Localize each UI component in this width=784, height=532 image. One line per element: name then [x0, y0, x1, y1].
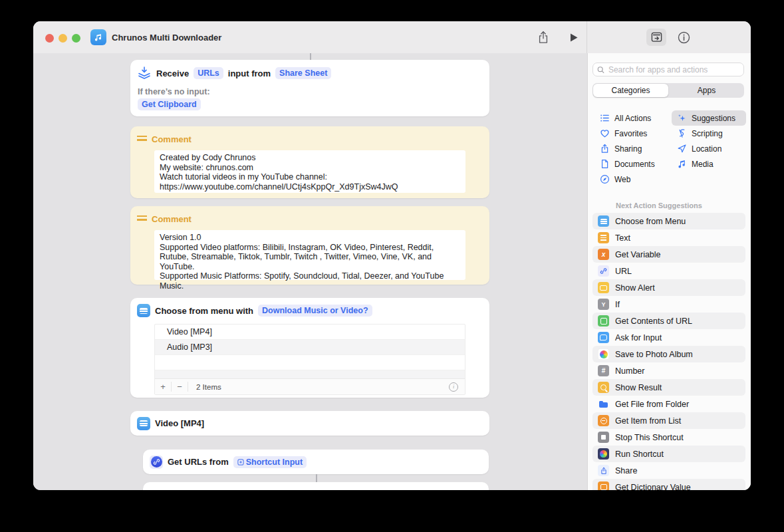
shortcut-input-token[interactable]: Shortcut Input: [233, 456, 307, 468]
toggle-action-library-button[interactable]: [646, 29, 666, 46]
menu-prompt-token[interactable]: Download Music or Video?: [258, 305, 372, 317]
photos-icon: [598, 348, 609, 360]
suggestion-ask-for-input[interactable]: Ask for Input: [592, 329, 745, 346]
input-source-token[interactable]: Share Sheet: [275, 67, 331, 79]
library-tabs: Categories Apps: [592, 83, 744, 98]
search-field[interactable]: [592, 63, 744, 76]
menu-item-row[interactable]: Video [MP4]: [155, 325, 465, 339]
toolbar-divider: [587, 21, 587, 53]
suggestion-text[interactable]: Text: [592, 229, 745, 246]
speech-bubble-icon: [598, 332, 609, 343]
category-all-actions[interactable]: All Actions: [594, 110, 660, 126]
remove-menu-item-button[interactable]: −: [172, 382, 188, 392]
suggestion-share[interactable]: Share: [592, 462, 745, 479]
menu-item-row-empty[interactable]: [155, 370, 465, 378]
number-icon: #: [598, 365, 609, 376]
comment-text[interactable]: Version 1.0 Supported Video platforms: B…: [154, 230, 465, 280]
run-shortcut-button[interactable]: [564, 29, 584, 46]
folder-icon: [598, 398, 609, 410]
menu-items-table: Video [MP4] Audio [MP3] + − 2 Items i: [154, 324, 465, 395]
share-button[interactable]: [533, 29, 553, 46]
menu-icon: [598, 215, 609, 227]
heart-icon: [600, 128, 610, 138]
variable-icon: x: [598, 249, 609, 260]
categories-column-left: All Actions Favorites Sharing: [594, 110, 660, 187]
suggestion-get-dictionary-value[interactable]: Get Dictionary Value: [592, 479, 745, 490]
menu-case-card-video[interactable]: Video [MP4]: [130, 411, 489, 436]
search-input[interactable]: [607, 65, 739, 75]
category-scripting[interactable]: Scripting: [672, 126, 746, 141]
search-icon: [597, 66, 604, 74]
comment-title: Comment: [152, 214, 192, 224]
action-word: Receive: [156, 68, 189, 78]
suggestion-number[interactable]: # Number: [592, 362, 745, 379]
zoom-window-button[interactable]: [72, 34, 80, 43]
action-library-panel: Categories Apps All Actions: [587, 53, 751, 490]
scripting-icon: [677, 128, 687, 138]
action-word: Choose from menu with: [155, 306, 253, 316]
suggestion-get-item-from-list[interactable]: Get Item from List: [592, 412, 745, 429]
suggestion-get-contents-of-url[interactable]: Get Contents of URL: [592, 313, 745, 329]
link-icon: [151, 456, 162, 467]
category-documents[interactable]: Documents: [594, 156, 660, 172]
document-icon: [600, 159, 610, 169]
category-media[interactable]: Media: [672, 156, 746, 172]
no-input-label: If there’s no input:: [138, 87, 210, 96]
suggestion-get-variable[interactable]: x Get Variable: [592, 246, 745, 263]
suggestion-stop-this-shortcut[interactable]: Stop This Shortcut: [592, 429, 745, 446]
add-menu-item-button[interactable]: +: [155, 382, 172, 392]
shortcut-editor-canvas[interactable]: Receive URLs input from Share Sheet If t…: [33, 53, 587, 490]
dictionary-icon: [598, 481, 609, 490]
shortcut-app-icon: [90, 29, 106, 45]
action-card-comment-1[interactable]: Comment Created by Cody Chrunos My websi…: [130, 126, 489, 198]
desktop: Chrunos Multi Downloader: [0, 0, 784, 532]
comment-text[interactable]: Created by Cody Chrunos My website: chru…: [154, 150, 465, 193]
comment-icon: [137, 136, 147, 143]
suggestion-show-result[interactable]: Show Result: [592, 379, 745, 396]
menu-item-count: 2 Items: [188, 383, 221, 391]
share-icon: [598, 465, 609, 476]
suggestion-get-file-from-folder[interactable]: Get File from Folder: [592, 396, 745, 412]
input-types-token[interactable]: URLs: [194, 67, 223, 79]
music-note-icon: [677, 159, 687, 169]
action-card-choose-from-menu[interactable]: Choose from menu with Download Music or …: [130, 298, 489, 398]
categories-column-right: Suggestions Scripting Location: [672, 110, 746, 172]
action-card-receive-input[interactable]: Receive URLs input from Share Sheet If t…: [130, 60, 489, 116]
shortcuts-icon: [598, 448, 609, 460]
window-title: Chrunos Multi Downloader: [112, 21, 221, 53]
category-web[interactable]: Web: [594, 172, 660, 187]
info-icon: [678, 31, 690, 44]
next-action-suggestions-header: Next Action Suggestions: [616, 201, 702, 209]
location-arrow-icon: [677, 144, 687, 154]
menu-item-row-empty[interactable]: [155, 354, 465, 370]
sparkles-icon: [677, 113, 687, 123]
minimize-window-button[interactable]: [59, 34, 67, 43]
info-icon[interactable]: i: [449, 382, 458, 392]
suggestion-run-shortcut[interactable]: Run Shortcut: [592, 446, 745, 462]
action-card-comment-2[interactable]: Comment Version 1.0 Supported Video plat…: [130, 206, 489, 285]
link-icon: [598, 265, 609, 277]
share-icon: [600, 144, 610, 154]
action-card-get-urls[interactable]: Get URLs from Shortcut Input: [143, 450, 489, 474]
tab-categories[interactable]: Categories: [593, 84, 668, 97]
suggestion-show-alert[interactable]: Show Alert: [592, 279, 745, 296]
suggestion-save-to-photo-album[interactable]: Save to Photo Album: [592, 346, 745, 362]
action-library-icon: [650, 31, 663, 43]
menu-item-row[interactable]: Audio [MP3]: [155, 339, 465, 354]
action-card-clipped[interactable]: [143, 482, 489, 490]
close-window-button[interactable]: [45, 34, 54, 43]
category-sharing[interactable]: Sharing: [594, 141, 660, 156]
result-icon: [598, 382, 609, 393]
category-suggestions[interactable]: Suggestions: [672, 110, 746, 126]
category-location[interactable]: Location: [672, 141, 746, 156]
suggestion-if[interactable]: Y If: [592, 296, 745, 313]
suggestion-choose-from-menu[interactable]: Choose from Menu: [592, 213, 745, 229]
tab-apps[interactable]: Apps: [669, 83, 744, 98]
category-favorites[interactable]: Favorites: [594, 126, 660, 141]
shortcut-details-button[interactable]: [674, 29, 694, 46]
play-icon: [569, 33, 579, 43]
no-input-behavior-token[interactable]: Get Clipboard: [138, 98, 201, 110]
menu-case-icon: [137, 417, 150, 430]
suggestion-url[interactable]: URL: [592, 263, 745, 279]
action-connector-line: [310, 53, 311, 60]
